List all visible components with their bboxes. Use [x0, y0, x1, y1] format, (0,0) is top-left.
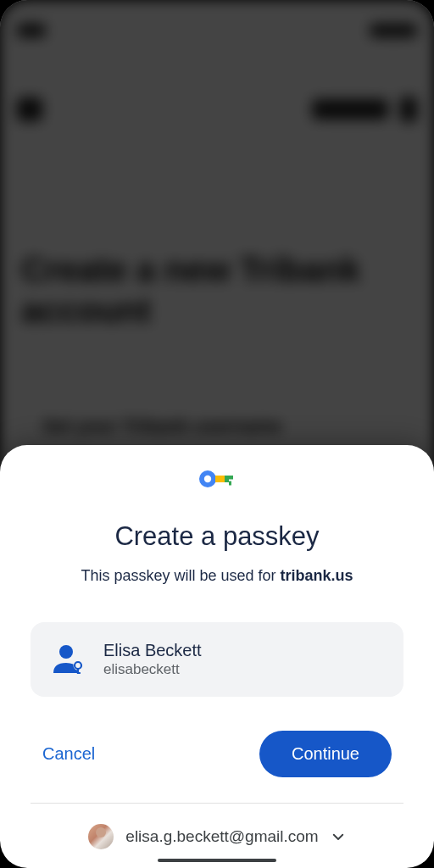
account-display-name: Elisa Beckett	[103, 641, 202, 660]
svg-rect-10	[77, 672, 81, 674]
sheet-title: Create a passkey	[31, 521, 403, 552]
account-switcher[interactable]: elisa.g.beckett@gmail.com	[0, 804, 434, 849]
home-indicator[interactable]	[158, 859, 276, 862]
cancel-button[interactable]: Cancel	[42, 736, 95, 772]
svg-point-6	[59, 645, 73, 659]
subtitle-domain: tribank.us	[281, 567, 353, 584]
footer-email: elisa.g.beckett@gmail.com	[125, 827, 318, 846]
svg-rect-2	[215, 476, 225, 482]
svg-rect-4	[229, 476, 233, 480]
passkey-bottom-sheet: Create a passkey This passkey will be us…	[0, 445, 434, 868]
avatar	[88, 824, 114, 849]
subtitle-prefix: This passkey will be used for	[81, 567, 280, 584]
account-username: elisabeckett	[103, 661, 202, 678]
passkey-key-icon	[31, 469, 403, 489]
svg-rect-3	[225, 476, 229, 482]
svg-rect-5	[229, 481, 231, 486]
svg-point-1	[204, 476, 211, 482]
account-info: Elisa Beckett elisabeckett	[103, 641, 202, 678]
action-row: Cancel Continue	[31, 731, 403, 777]
continue-button[interactable]: Continue	[259, 731, 392, 777]
account-card[interactable]: Elisa Beckett elisabeckett	[31, 622, 403, 697]
sheet-subtitle: This passkey will be used for tribank.us	[31, 567, 403, 585]
device-screen: Create a new Tribank account Set your Tr…	[0, 0, 434, 868]
person-passkey-icon	[51, 644, 85, 675]
chevron-down-icon	[331, 829, 346, 844]
